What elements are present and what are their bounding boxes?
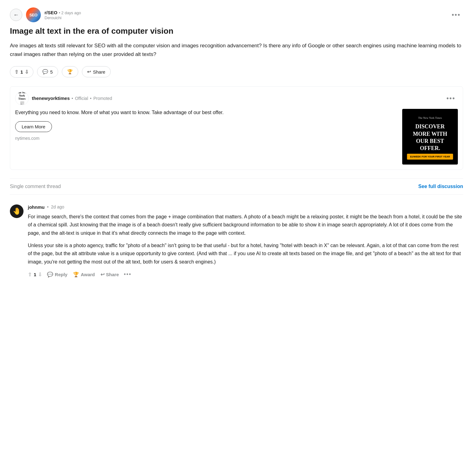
post-meta: r/SEO • 2 days ago Derouichi xyxy=(45,10,81,20)
post-author: Derouichi xyxy=(45,15,81,20)
ad-image-cta: $1/WEEK FOR YOUR FIRST YEAR xyxy=(407,154,453,160)
post-header: ← SEO r/SEO • 2 days ago Derouichi ••• xyxy=(10,7,463,22)
ad-image: The New York Times DISCOVER MORE WITH OU… xyxy=(402,109,458,165)
comment-count: 5 xyxy=(50,69,53,75)
ad-meta: thenewyorktimes • Official • Promoted xyxy=(32,96,112,101)
comment-thread-header: Single comment thread See full discussio… xyxy=(10,178,463,195)
comment-button[interactable]: 💬 5 xyxy=(37,66,58,77)
award-button[interactable]: 🏆 xyxy=(62,66,78,77)
post-body: Are images alt texts still relevant for … xyxy=(10,41,463,59)
comment-actions: ⇧ 1 ⇩ 💬 Reply 🏆 Award ↩ Share ••• xyxy=(28,270,463,279)
ad-description: Everything you need to know. More of wha… xyxy=(15,109,397,116)
post-title: Image alt text in the era of computer vi… xyxy=(10,26,463,36)
back-button[interactable]: ← xyxy=(10,9,22,21)
see-full-discussion-link[interactable]: See full discussion xyxy=(418,184,463,189)
ad-official-badge: Official xyxy=(75,96,88,101)
ad-advertiser[interactable]: thenewyorktimes xyxy=(32,96,70,101)
comment: 🤚 johnmu • 2d ago For image search, ther… xyxy=(10,202,463,281)
ad-more-options-button[interactable]: ••• xyxy=(444,93,458,104)
nyt-logo: The New York Times 📰 xyxy=(15,92,28,105)
upvote-icon[interactable]: ⇧ xyxy=(15,69,19,75)
ad-content: Everything you need to know. More of wha… xyxy=(15,109,458,165)
subreddit-name[interactable]: r/SEO xyxy=(45,10,58,15)
post-time: • 2 days ago xyxy=(59,11,81,15)
comment-avatar-icon: 🤚 xyxy=(13,207,21,215)
comment-reply-button[interactable]: 💬 Reply xyxy=(46,270,68,279)
ad-image-nyt-header: The New York Times xyxy=(418,116,442,119)
reply-icon: 💬 xyxy=(47,272,53,277)
share-label: Share xyxy=(93,69,105,75)
comment-avatar: 🤚 xyxy=(10,204,23,218)
comment-body: For image search, there's the context th… xyxy=(28,213,463,266)
ad-image-headline: DISCOVER MORE WITH OUR BEST OFFER. xyxy=(407,123,453,152)
comment-share-label: Share xyxy=(106,272,119,277)
ad-section: The New York Times 📰 thenewyorktimes • O… xyxy=(10,86,463,170)
action-bar: ⇧ 1 ⇩ 💬 5 🏆 ↩ Share xyxy=(10,66,463,78)
comment-content: johnmu • 2d ago For image search, there'… xyxy=(28,204,463,279)
subreddit-avatar: SEO xyxy=(26,7,41,22)
ad-image-column: The New York Times DISCOVER MORE WITH OU… xyxy=(402,109,458,165)
ad-promoted-badge: Promoted xyxy=(93,96,112,101)
comment-upvote-icon[interactable]: ⇧ xyxy=(28,272,32,277)
comment-icon: 💬 xyxy=(42,69,48,75)
comment-header-row: johnmu • 2d ago xyxy=(28,204,463,210)
vote-button[interactable]: ⇧ 1 ⇩ xyxy=(10,66,33,78)
ad-domain: nytimes.com xyxy=(15,136,397,141)
comment-vote-button[interactable]: ⇧ 1 ⇩ xyxy=(28,272,42,277)
comment-downvote-icon[interactable]: ⇩ xyxy=(38,272,42,277)
comment-more-options-button[interactable]: ••• xyxy=(124,271,131,278)
ad-avatar: The New York Times 📰 xyxy=(15,92,29,105)
downvote-icon[interactable]: ⇩ xyxy=(25,69,29,75)
comment-username[interactable]: johnmu xyxy=(28,204,45,210)
learn-more-button[interactable]: Learn More xyxy=(15,121,52,132)
share-icon: ↩ xyxy=(87,69,91,75)
comment-vote-count: 1 xyxy=(34,272,36,277)
share-button[interactable]: ↩ Share xyxy=(82,66,111,77)
more-options-button[interactable]: ••• xyxy=(449,10,463,20)
comment-award-button[interactable]: 🏆 Award xyxy=(72,270,96,279)
reply-label: Reply xyxy=(55,272,67,277)
award-comment-icon: 🏆 xyxy=(73,272,79,277)
share-comment-icon: ↩ xyxy=(100,272,104,277)
comment-time: 2d ago xyxy=(51,204,64,209)
ad-header: The New York Times 📰 thenewyorktimes • O… xyxy=(15,92,458,105)
award-label: Award xyxy=(81,272,95,277)
comment-paragraph-1: For image search, there's the context th… xyxy=(28,213,463,237)
award-icon: 🏆 xyxy=(67,69,73,75)
ad-text-column: Everything you need to know. More of wha… xyxy=(15,109,397,141)
single-comment-thread-label: Single comment thread xyxy=(10,184,61,189)
comment-share-button[interactable]: ↩ Share xyxy=(100,270,120,279)
comment-paragraph-2: Unless your site is a photo agency, traf… xyxy=(28,242,463,266)
vote-count: 1 xyxy=(20,69,23,75)
